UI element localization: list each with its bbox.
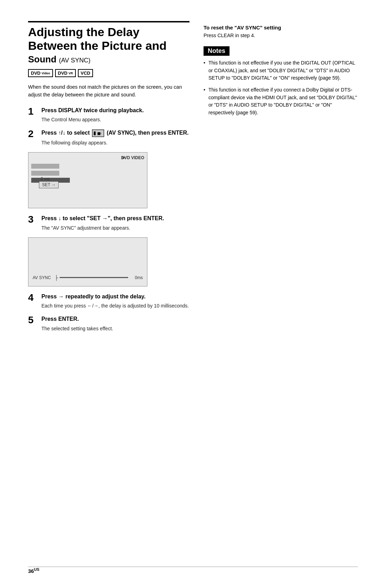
page-suffix: US [34,567,39,572]
step-3-content: Press ↓ to select "SET →", then press EN… [41,215,190,232]
notes-header: Notes [204,46,230,56]
step-3-title: Press ↓ to select "SET →", then press EN… [41,215,190,222]
note-text-2: This function is not effective if you co… [208,87,357,115]
note-text-1: This function is not effective if you us… [208,60,355,81]
display-inner-1: ▶ DVD VIDEO 0 ms SET → [28,153,147,208]
menu-row-1 [31,163,71,169]
title-line1: Adjusting the Delay [28,25,139,39]
step-5-number: 5 [28,315,38,325]
left-column: Adjusting the Delay Between the Picture … [28,21,190,338]
note-item-2: This function is not effective if you co… [204,86,358,117]
step-3-number: 3 [28,215,38,224]
badge-dvd-video: DVDVideo [28,69,53,77]
title-avsync: (AV SYNC) [59,57,91,64]
step-5-title: Press ENTER. [41,315,190,323]
step-1-desc: The Control Menu appears. [41,116,190,123]
main-title: Adjusting the Delay Between the Picture … [28,25,190,53]
step-5-content: Press ENTER. The selected setting takes … [41,315,190,332]
title-line3: Sound (AV SYNC) [28,54,190,65]
avsync-ms: 0ms [132,275,143,280]
avsync-label: AV SYNC [33,275,52,280]
step-4-number: 4 [28,293,38,303]
step-2-content: Press ↑/↓ to select ▮ ▩▫ (AV SYNC), then… [41,129,190,147]
step-4: 4 Press → repeatedly to adjust the delay… [28,293,190,310]
step-1-number: 1 [28,107,38,116]
avsync-bar-container: ├ [55,275,129,281]
step-1-title: Press DISPLAY twice during playback. [41,107,190,114]
avsync-arrow-left: ├ [55,275,58,281]
page-footer: 36US [28,567,39,574]
title-line2: Between the Picture and [28,39,167,52]
step-2-title: Press ↑/↓ to select ▮ ▩▫ (AV SYNC), then… [41,129,190,137]
display-box-1: ▶ DVD VIDEO 0 ms SET → [28,152,147,208]
step-4-content: Press → repeatedly to adjust the delay. … [41,293,190,310]
display-box-2: AV SYNC ├ 0ms [28,237,147,286]
menu-row-2 [31,170,71,176]
menu-row-bar-1 [31,164,59,169]
step-4-desc: Each time you press ←/→, the delay is ad… [41,302,190,310]
step-4-title: Press → repeatedly to adjust the delay. [41,293,190,300]
step-2-desc: The following display appears. [41,139,190,147]
format-badges: DVDVideo DVDVR VCD [28,69,190,77]
step-2: 2 Press ↑/↓ to select ▮ ▩▫ (AV SYNC), th… [28,129,190,147]
step-1-content: Press DISPLAY twice during playback. The… [41,107,190,124]
avsync-bar-row: AV SYNC ├ 0ms [33,275,143,281]
step-3-desc: The "AV SYNC" adjustment bar appears. [41,224,190,232]
step-5: 5 Press ENTER. The selected setting take… [28,315,190,332]
menu-row-bar-2 [31,171,59,176]
badge-vcd: VCD [78,69,93,77]
set-label: SET → [42,182,55,187]
dvd-video-label: DVD VIDEO [121,155,144,160]
notes-box: Notes This function is not effective if … [204,46,358,117]
page-number: 36 [28,568,34,574]
step-5-desc: The selected setting takes effect. [41,325,190,332]
menu-rows [31,163,71,184]
right-column: To reset the "AV SYNC" setting Press CLE… [204,21,358,338]
notes-list: This function is not effective if you us… [204,59,358,117]
title-sound: Sound [28,54,56,65]
reset-desc: Press CLEAR in step 4. [204,32,358,39]
reset-title: To reset the "AV SYNC" setting [204,25,358,31]
badge-dvdvr: DVDVR [55,69,76,77]
avsync-bar [60,277,128,278]
step-1: 1 Press DISPLAY twice during playback. T… [28,107,190,124]
top-border [28,21,190,22]
reset-section: To reset the "AV SYNC" setting Press CLE… [204,25,358,39]
bottom-line [28,567,358,567]
step-3: 3 Press ↓ to select "SET →", then press … [28,215,190,232]
step-2-number: 2 [28,129,38,139]
ms-label: 0 ms [41,176,50,181]
note-item-1: This function is not effective if you us… [204,59,358,82]
set-box: SET → [39,181,59,188]
intro-text: When the sound does not match the pictur… [28,83,190,99]
